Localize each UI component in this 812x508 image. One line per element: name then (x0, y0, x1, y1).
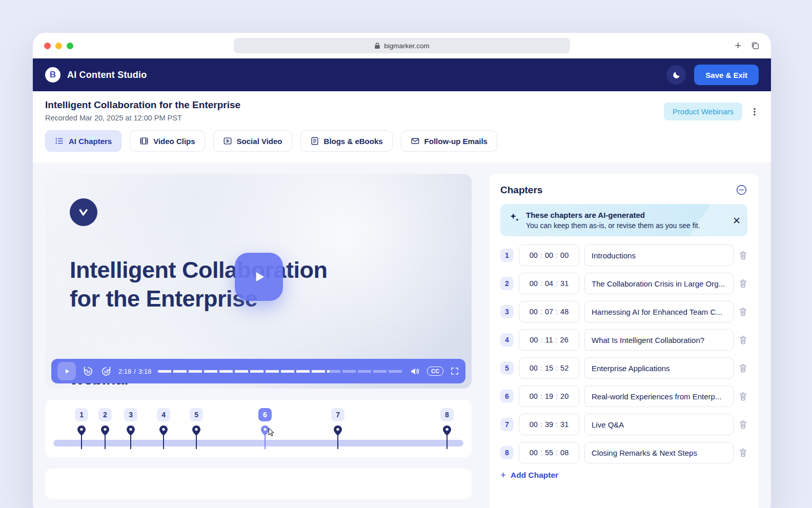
video-slide-title: Intelligent Collaboration for the Enterp… (70, 256, 328, 314)
trash-icon[interactable] (739, 363, 747, 373)
tab-ai-chapters[interactable]: AI Chapters (45, 130, 121, 152)
recorded-timestamp: Recorded Mar 20, 2025 at 12:00 PM PST (45, 114, 240, 122)
save-exit-button[interactable]: Save & Exit (694, 65, 759, 85)
kebab-menu-icon[interactable] (750, 107, 759, 116)
chapter-title-input[interactable]: What Is Intelligent Collaboration? (584, 329, 734, 351)
browser-chrome: bigmarker.com + (33, 33, 771, 58)
timeline-marker-number[interactable]: 5 (190, 408, 203, 421)
chapter-title-input[interactable]: Introductions (584, 245, 734, 266)
tab-followup-emails[interactable]: Follow-up Emails (401, 130, 497, 152)
timeline-marker[interactable]: 3 (122, 408, 139, 436)
timeline-track[interactable] (53, 440, 463, 446)
timeline-pin-icon[interactable] (77, 425, 86, 436)
ai-generated-banner: These chapters are AI-generated You can … (500, 204, 747, 236)
close-banner-icon[interactable]: ✕ (733, 215, 741, 225)
video-player: Intelligent Collaboration for the Enterp… (45, 174, 472, 389)
tab-label: Social Video (237, 137, 282, 146)
skip-forward-10-icon[interactable]: 10 (100, 365, 112, 377)
trash-icon[interactable] (739, 335, 747, 344)
minimize-window-button[interactable] (55, 43, 62, 49)
chapter-time-input[interactable]: 00:04:31 (519, 273, 579, 294)
chapter-title-input[interactable]: Live Q&A (584, 414, 734, 435)
chapter-row: 3 00:07:48 Harnessing AI for Enhanced Te… (500, 301, 747, 322)
chapter-number-badge: 4 (500, 333, 514, 347)
timeline-marker[interactable]: 1 (73, 408, 90, 436)
chapter-number-badge: 6 (500, 390, 514, 403)
document-icon (310, 136, 319, 146)
closed-captions-button[interactable]: CC (427, 367, 443, 376)
timeline-marker[interactable]: 7 (329, 408, 347, 436)
timeline-marker[interactable]: 4 (155, 408, 172, 436)
chapter-number-badge: 5 (500, 361, 514, 375)
chapter-row: 1 00:00:00 Introductions (500, 245, 747, 266)
trash-icon[interactable] (739, 307, 747, 316)
chapter-title-input[interactable]: Enterprise Applications (584, 357, 734, 379)
timeline-marker[interactable]: 2 (96, 408, 114, 436)
timeline-pin-icon[interactable] (159, 425, 168, 436)
trash-icon[interactable] (739, 251, 747, 260)
video-brand-icon (70, 198, 97, 226)
progress-bar[interactable] (158, 370, 403, 373)
timeline-marker-number[interactable]: 1 (75, 408, 88, 421)
chapters-panel-title: Chapters (500, 185, 542, 196)
chapter-row: 2 00:04:31 The Collaboration Crisis in L… (500, 273, 747, 294)
timeline-rail[interactable]: 1 2 3 4 5 6 7 (53, 408, 463, 451)
fullscreen-icon[interactable] (450, 367, 459, 376)
category-badge[interactable]: Product Webinars (664, 103, 742, 120)
chapter-title-input[interactable]: The Collaboration Crisis in Large Org... (584, 273, 734, 294)
svg-text:10: 10 (86, 370, 91, 374)
timeline-pin-icon[interactable] (334, 425, 342, 436)
chapter-title-input[interactable]: Harnessing AI for Enhanced Team C... (584, 301, 734, 322)
timeline-marker-number[interactable]: 8 (440, 408, 454, 421)
collapse-panel-icon[interactable] (736, 184, 747, 196)
timeline-marker[interactable]: 5 (188, 408, 205, 436)
chapter-title-input[interactable]: Real-world Experiences from Enterp... (584, 385, 734, 407)
next-section-card-partial (45, 469, 472, 499)
chapter-time-input[interactable]: 00:55:08 (519, 442, 579, 463)
chapter-time-input[interactable]: 00:15:52 (519, 357, 579, 379)
plus-icon: + (500, 470, 506, 480)
maximize-window-button[interactable] (67, 43, 73, 49)
timeline-marker-number[interactable]: 7 (331, 408, 344, 421)
timeline-marker-number[interactable]: 2 (98, 408, 112, 421)
time-display: 2:18 / 3:18 (118, 368, 151, 375)
tab-blogs-ebooks[interactable]: Blogs & eBooks (300, 130, 393, 152)
address-bar[interactable]: bigmarker.com (234, 38, 570, 53)
play-overlay-button[interactable] (235, 253, 283, 301)
timeline-marker[interactable]: 8 (438, 408, 456, 436)
dark-mode-toggle[interactable] (666, 65, 686, 85)
chapter-row: 6 00:19:20 Real-world Experiences from E… (500, 385, 747, 407)
chapter-time-input[interactable]: 00:39:31 (519, 414, 579, 435)
app-title: AI Content Studio (67, 70, 147, 80)
chapter-number-badge: 3 (500, 305, 514, 318)
trash-icon[interactable] (739, 420, 747, 429)
play-button[interactable] (57, 362, 76, 380)
envelope-icon (411, 136, 420, 146)
new-tab-button[interactable]: + (735, 40, 741, 51)
skip-back-10-icon[interactable]: 10 (83, 365, 94, 377)
chapter-row: 4 00:11:26 What Is Intelligent Collabora… (500, 329, 747, 351)
trash-icon[interactable] (739, 279, 747, 288)
timeline-marker-number[interactable]: 6 (258, 408, 272, 421)
chapter-time-input[interactable]: 00:11:26 (519, 329, 579, 351)
add-chapter-button[interactable]: + Add Chapter (500, 470, 558, 480)
chapter-time-input[interactable]: 00:07:48 (519, 301, 579, 322)
chapter-time-input[interactable]: 00:19:20 (519, 385, 579, 407)
chapter-title-input[interactable]: Closing Remarks & Next Steps (584, 442, 734, 463)
timeline-pin-icon[interactable] (101, 425, 109, 436)
tab-overview-icon[interactable] (750, 41, 760, 50)
tab-social-video[interactable]: Social Video (213, 130, 292, 152)
timeline-pin-icon[interactable] (127, 425, 135, 436)
chapter-time-input[interactable]: 00:00:00 (519, 245, 579, 266)
timeline-marker-number[interactable]: 4 (157, 408, 170, 421)
timeline-marker-number[interactable]: 3 (124, 408, 137, 421)
trash-icon[interactable] (739, 448, 747, 457)
tab-video-clips[interactable]: Video Clips (130, 130, 205, 152)
browser-window: bigmarker.com + B AI Content Studio Save… (33, 33, 771, 508)
close-window-button[interactable] (44, 43, 51, 49)
player-control-bar: 10 10 2:18 / 3:18 (51, 359, 465, 383)
timeline-pin-icon[interactable] (192, 425, 200, 436)
trash-icon[interactable] (739, 392, 747, 401)
volume-icon[interactable] (410, 366, 420, 377)
timeline-pin-icon[interactable] (443, 425, 451, 436)
